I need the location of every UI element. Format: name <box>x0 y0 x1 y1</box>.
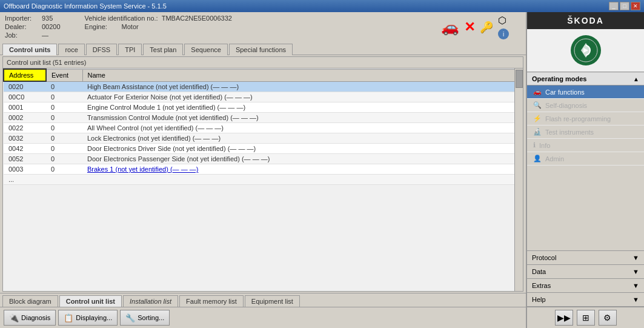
mode-self-diagnosis[interactable]: 🔍 Self-diagnosis <box>527 99 644 112</box>
extras-section[interactable]: Extras ▼ <box>527 279 644 293</box>
help-arrow-icon: ▼ <box>632 296 639 303</box>
cell-address: 0003 <box>4 164 46 175</box>
scrollbar[interactable] <box>514 69 523 291</box>
maximize-button[interactable]: □ <box>620 2 629 10</box>
cell-name: Transmission Control Module (not yet ide… <box>82 113 523 123</box>
diagnosis-button[interactable]: 🔌 Diagnosis <box>4 310 56 326</box>
table-row[interactable]: ... <box>4 175 523 185</box>
table-row[interactable]: 00030Brakes 1 (not yet identified) (— — … <box>4 164 523 175</box>
protocol-section[interactable]: Protocol ▼ <box>527 251 644 265</box>
minimize-button[interactable]: _ <box>609 2 619 10</box>
self-diagnosis-icon: 🔍 <box>533 101 542 109</box>
forward-icon: ▶▶ <box>557 313 571 323</box>
tab-tpi[interactable]: TPI <box>118 44 142 55</box>
help-label: Help <box>532 296 546 303</box>
dealer-value: 00200 <box>42 23 61 30</box>
tab-control-unit-list[interactable]: Control unit list <box>59 295 122 307</box>
window-title: Offboard Diagnostic Information System S… <box>4 2 167 10</box>
left-panel: Importer: 935 Dealer: 00200 Job: — Vehic… <box>0 12 526 328</box>
engine-value: Motor <box>122 23 139 30</box>
cell-name: Lock Electronics (not yet identified) (—… <box>82 133 523 144</box>
admin-label: Admin <box>545 155 564 162</box>
job-row: Job: — <box>5 32 61 39</box>
car-functions-label: Car functions <box>545 89 585 96</box>
importer-value: 935 <box>42 15 53 22</box>
content-area: Control unit list (51 entries) Address E… <box>2 56 523 292</box>
scrollbar-thumb[interactable] <box>516 70 523 88</box>
importer-row: Importer: 935 <box>5 15 61 22</box>
cell-name: All Wheel Control (not yet identified) (… <box>82 123 523 133</box>
info-circle-icon: i <box>498 28 509 39</box>
operating-modes-label: Operating modes <box>532 75 586 82</box>
displaying-icon: 📋 <box>64 313 73 323</box>
table-row[interactable]: 00200High Beam Assistance (not yet ident… <box>4 81 523 92</box>
tab-installation-list[interactable]: Installation list <box>123 295 178 307</box>
test-instruments-label: Test instruments <box>545 129 594 136</box>
tab-block-diagram[interactable]: Block diagram <box>2 295 58 307</box>
help-section[interactable]: Help ▼ <box>527 293 644 307</box>
cell-event: 0 <box>46 164 82 175</box>
mode-info[interactable]: ℹ Info <box>527 139 644 152</box>
control-unit-table: Address Event Name 00200High Beam Assist… <box>3 69 523 185</box>
mode-admin[interactable]: 👤 Admin <box>527 152 644 166</box>
cell-event: 0 <box>46 113 82 123</box>
self-diagnosis-label: Self-diagnosis <box>545 102 587 109</box>
mode-car-functions[interactable]: 🚗 Car functions <box>527 85 644 99</box>
tab-sequence[interactable]: Sequence <box>184 44 228 55</box>
col-name[interactable]: Name <box>82 69 523 81</box>
forward-button[interactable]: ▶▶ <box>555 310 573 326</box>
tab-test-plan[interactable]: Test plan <box>143 44 183 55</box>
data-section[interactable]: Data ▼ <box>527 265 644 279</box>
admin-icon: 👤 <box>533 155 542 162</box>
dealer-label: Dealer: <box>5 23 38 30</box>
list-header: Control unit list (51 entries) <box>3 57 523 69</box>
col-event[interactable]: Event <box>46 69 82 81</box>
cell-name: High Beam Assistance (not yet identified… <box>82 81 523 92</box>
cell-address: 0002 <box>4 113 46 123</box>
tab-bar: Control units roce DFSS TPI Test plan Se… <box>0 42 526 55</box>
table-row[interactable]: 00C00Actuator For Exterior Noise (not ye… <box>4 92 523 102</box>
table-row[interactable]: 00220All Wheel Control (not yet identifi… <box>4 123 523 133</box>
info-left-col: Importer: 935 Dealer: 00200 Job: — <box>5 15 61 39</box>
table-row[interactable]: 00520Door Electronics Passenger Side (no… <box>4 154 523 164</box>
cell-name <box>82 175 523 185</box>
dealer-row: Dealer: 00200 <box>5 23 61 30</box>
close-button[interactable]: ✕ <box>631 2 640 10</box>
table-row[interactable]: 00020Transmission Control Module (not ye… <box>4 113 523 123</box>
cell-address: 0042 <box>4 144 46 154</box>
tab-equipment-list[interactable]: Equipment list <box>245 295 300 307</box>
settings-icon: ⚙ <box>603 313 611 323</box>
settings-button[interactable]: ⚙ <box>599 310 617 326</box>
col-address[interactable]: Address <box>4 69 46 81</box>
tab-dfss[interactable]: DFSS <box>86 44 117 55</box>
vin-label: Vehicle identification no.: <box>85 15 158 22</box>
window-controls: _ □ ✕ <box>609 2 640 10</box>
grid-button[interactable]: ⊞ <box>577 310 595 326</box>
title-bar: Offboard Diagnostic Information System S… <box>0 0 644 12</box>
sorting-button[interactable]: 🔧 Sorting... <box>120 310 170 326</box>
table-row[interactable]: 00010Engine Control Module 1 (not yet id… <box>4 102 523 113</box>
extras-label: Extras <box>532 282 551 289</box>
displaying-button[interactable]: 📋 Displaying... <box>58 310 118 326</box>
bottom-tab-bar: Block diagram Control unit list Installa… <box>0 293 526 307</box>
skoda-logo <box>527 29 644 72</box>
tab-control-units[interactable]: Control units <box>2 44 57 55</box>
header-info: Importer: 935 Dealer: 00200 Job: — Vehic… <box>0 12 526 42</box>
tab-roce[interactable]: roce <box>58 44 84 55</box>
x-icon: ✕ <box>464 19 475 35</box>
mode-test-instruments[interactable]: 🔬 Test instruments <box>527 126 644 139</box>
operating-modes-arrow-icon: ▲ <box>633 76 639 82</box>
job-label: Job: <box>5 32 38 39</box>
protocol-label: Protocol <box>532 254 556 261</box>
tab-fault-memory-list[interactable]: Fault memory list <box>179 295 244 307</box>
diagnosis-label: Diagnosis <box>21 314 50 321</box>
tab-special-functions[interactable]: Special functions <box>229 44 293 55</box>
table-row[interactable]: 00320Lock Electronics (not yet identifie… <box>4 133 523 144</box>
table-row[interactable]: 00420Door Electronics Driver Side (not y… <box>4 144 523 154</box>
sorting-icon: 🔧 <box>125 313 135 323</box>
mode-flash-reprogramming[interactable]: ⚡ Flash re-programming <box>527 112 644 126</box>
cell-name: Brakes 1 (not yet identified) (— — —) <box>82 164 523 175</box>
cell-address: 0032 <box>4 133 46 144</box>
operating-modes-header[interactable]: Operating modes ▲ <box>527 72 644 85</box>
cell-address: 0001 <box>4 102 46 113</box>
